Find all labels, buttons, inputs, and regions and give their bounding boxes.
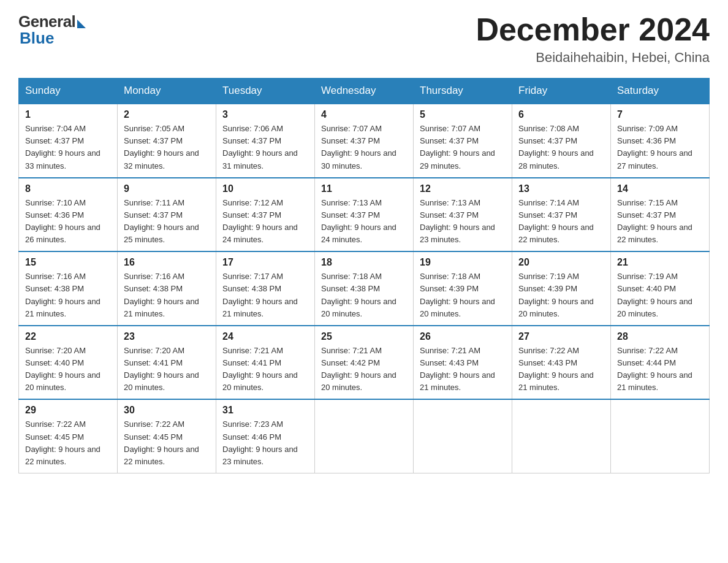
day-number: 24 [222,331,308,342]
calendar-week-row: 15 Sunrise: 7:16 AM Sunset: 4:38 PM Dayl… [19,251,710,326]
table-row: 3 Sunrise: 7:06 AM Sunset: 4:37 PM Dayli… [216,104,315,178]
day-number: 13 [518,183,604,194]
day-info: Sunrise: 7:11 AM Sunset: 4:37 PM Dayligh… [124,197,210,247]
day-info: Sunrise: 7:04 AM Sunset: 4:37 PM Dayligh… [25,123,111,172]
day-number: 6 [518,109,604,120]
day-number: 5 [420,109,506,120]
table-row: 26 Sunrise: 7:21 AM Sunset: 4:43 PM Dayl… [414,326,512,400]
table-row [611,399,710,473]
day-number: 31 [222,405,308,416]
calendar-table: Sunday Monday Tuesday Wednesday Thursday… [18,78,710,473]
day-number: 9 [124,183,210,194]
day-info: Sunrise: 7:20 AM Sunset: 4:41 PM Dayligh… [124,345,210,394]
day-info: Sunrise: 7:13 AM Sunset: 4:37 PM Dayligh… [321,197,407,247]
day-number: 18 [321,257,407,268]
table-row: 27 Sunrise: 7:22 AM Sunset: 4:43 PM Dayl… [512,326,611,400]
day-number: 11 [321,183,407,194]
day-number: 25 [321,331,407,342]
day-info: Sunrise: 7:16 AM Sunset: 4:38 PM Dayligh… [124,270,210,320]
col-friday: Friday [512,79,611,104]
table-row: 31 Sunrise: 7:23 AM Sunset: 4:46 PM Dayl… [216,399,315,473]
col-thursday: Thursday [414,79,512,104]
col-wednesday: Wednesday [315,79,414,104]
day-number: 2 [124,109,210,120]
table-row: 16 Sunrise: 7:16 AM Sunset: 4:38 PM Dayl… [118,251,216,326]
day-number: 1 [25,109,111,120]
table-row: 11 Sunrise: 7:13 AM Sunset: 4:37 PM Dayl… [315,178,414,252]
day-info: Sunrise: 7:23 AM Sunset: 4:46 PM Dayligh… [222,418,308,468]
table-row: 5 Sunrise: 7:07 AM Sunset: 4:37 PM Dayli… [414,104,512,178]
col-sunday: Sunday [19,79,118,104]
table-row: 28 Sunrise: 7:22 AM Sunset: 4:44 PM Dayl… [611,326,710,400]
day-number: 3 [222,109,308,120]
day-number: 29 [25,405,111,416]
table-row: 12 Sunrise: 7:13 AM Sunset: 4:37 PM Dayl… [414,178,512,252]
logo-blue-text: Blue [18,29,54,48]
calendar-week-row: 29 Sunrise: 7:22 AM Sunset: 4:45 PM Dayl… [19,399,710,473]
table-row: 6 Sunrise: 7:08 AM Sunset: 4:37 PM Dayli… [512,104,611,178]
day-number: 22 [25,331,111,342]
table-row: 22 Sunrise: 7:20 AM Sunset: 4:40 PM Dayl… [19,326,118,400]
table-row: 18 Sunrise: 7:18 AM Sunset: 4:38 PM Dayl… [315,251,414,326]
day-number: 7 [617,109,703,120]
day-info: Sunrise: 7:21 AM Sunset: 4:43 PM Dayligh… [420,345,506,394]
day-info: Sunrise: 7:16 AM Sunset: 4:38 PM Dayligh… [25,270,111,320]
title-block: December 2024 Beidaihehaibin, Hebei, Chi… [476,12,710,66]
calendar-week-row: 1 Sunrise: 7:04 AM Sunset: 4:37 PM Dayli… [19,104,710,178]
day-info: Sunrise: 7:12 AM Sunset: 4:37 PM Dayligh… [222,197,308,247]
col-saturday: Saturday [611,79,710,104]
day-number: 30 [124,405,210,416]
day-number: 15 [25,257,111,268]
calendar-week-row: 8 Sunrise: 7:10 AM Sunset: 4:36 PM Dayli… [19,178,710,252]
day-number: 26 [420,331,506,342]
day-number: 21 [617,257,703,268]
table-row: 21 Sunrise: 7:19 AM Sunset: 4:40 PM Dayl… [611,251,710,326]
table-row: 30 Sunrise: 7:22 AM Sunset: 4:45 PM Dayl… [118,399,216,473]
day-info: Sunrise: 7:08 AM Sunset: 4:37 PM Dayligh… [518,123,604,172]
day-number: 17 [222,257,308,268]
table-row: 9 Sunrise: 7:11 AM Sunset: 4:37 PM Dayli… [118,178,216,252]
day-number: 4 [321,109,407,120]
table-row: 25 Sunrise: 7:21 AM Sunset: 4:42 PM Dayl… [315,326,414,400]
day-info: Sunrise: 7:09 AM Sunset: 4:36 PM Dayligh… [617,123,703,172]
day-number: 23 [124,331,210,342]
day-info: Sunrise: 7:22 AM Sunset: 4:44 PM Dayligh… [617,345,703,394]
table-row: 13 Sunrise: 7:14 AM Sunset: 4:37 PM Dayl… [512,178,611,252]
day-info: Sunrise: 7:06 AM Sunset: 4:37 PM Dayligh… [222,123,308,172]
day-info: Sunrise: 7:22 AM Sunset: 4:43 PM Dayligh… [518,345,604,394]
calendar-week-row: 22 Sunrise: 7:20 AM Sunset: 4:40 PM Dayl… [19,326,710,400]
day-info: Sunrise: 7:17 AM Sunset: 4:38 PM Dayligh… [222,270,308,320]
day-info: Sunrise: 7:05 AM Sunset: 4:37 PM Dayligh… [124,123,210,172]
table-row [315,399,414,473]
table-row: 8 Sunrise: 7:10 AM Sunset: 4:36 PM Dayli… [19,178,118,252]
day-number: 8 [25,183,111,194]
table-row: 24 Sunrise: 7:21 AM Sunset: 4:41 PM Dayl… [216,326,315,400]
table-row [512,399,611,473]
day-info: Sunrise: 7:19 AM Sunset: 4:40 PM Dayligh… [617,270,703,320]
day-info: Sunrise: 7:22 AM Sunset: 4:45 PM Dayligh… [124,418,210,468]
day-number: 19 [420,257,506,268]
day-number: 20 [518,257,604,268]
day-info: Sunrise: 7:21 AM Sunset: 4:42 PM Dayligh… [321,345,407,394]
day-number: 27 [518,331,604,342]
day-info: Sunrise: 7:20 AM Sunset: 4:40 PM Dayligh… [25,345,111,394]
day-number: 10 [222,183,308,194]
day-number: 16 [124,257,210,268]
day-info: Sunrise: 7:13 AM Sunset: 4:37 PM Dayligh… [420,197,506,247]
col-tuesday: Tuesday [216,79,315,104]
day-info: Sunrise: 7:07 AM Sunset: 4:37 PM Dayligh… [420,123,506,172]
page-header: General Blue December 2024 Beidaihehaibi… [18,12,710,66]
logo: General Blue [18,12,86,48]
day-info: Sunrise: 7:14 AM Sunset: 4:37 PM Dayligh… [518,197,604,247]
table-row: 29 Sunrise: 7:22 AM Sunset: 4:45 PM Dayl… [19,399,118,473]
table-row: 15 Sunrise: 7:16 AM Sunset: 4:38 PM Dayl… [19,251,118,326]
day-info: Sunrise: 7:18 AM Sunset: 4:38 PM Dayligh… [321,270,407,320]
table-row: 10 Sunrise: 7:12 AM Sunset: 4:37 PM Dayl… [216,178,315,252]
table-row [414,399,512,473]
day-info: Sunrise: 7:07 AM Sunset: 4:37 PM Dayligh… [321,123,407,172]
location-subtitle: Beidaihehaibin, Hebei, China [476,50,710,66]
table-row: 14 Sunrise: 7:15 AM Sunset: 4:37 PM Dayl… [611,178,710,252]
day-info: Sunrise: 7:18 AM Sunset: 4:39 PM Dayligh… [420,270,506,320]
table-row: 7 Sunrise: 7:09 AM Sunset: 4:36 PM Dayli… [611,104,710,178]
calendar-header-row: Sunday Monday Tuesday Wednesday Thursday… [19,79,710,104]
